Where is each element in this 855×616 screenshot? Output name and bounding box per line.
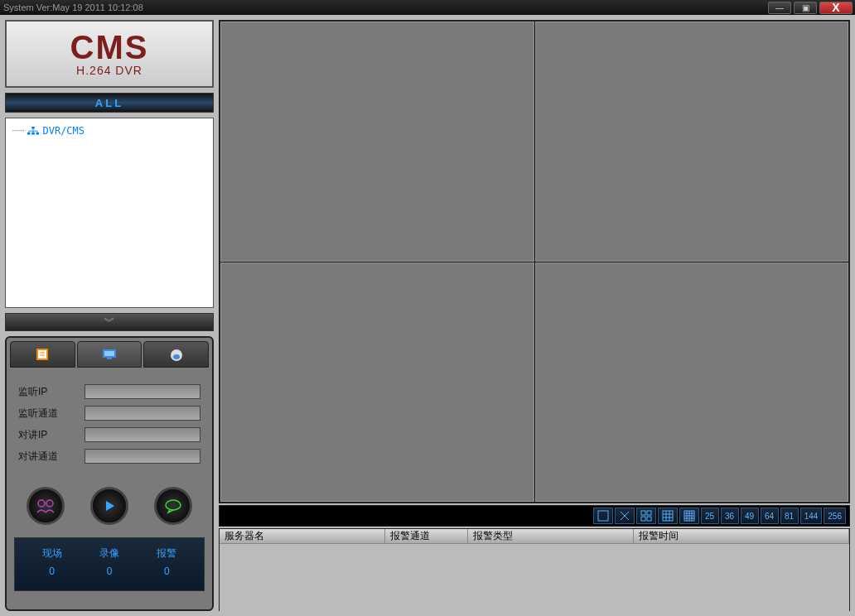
svg-point-17 [173,354,180,359]
expand-icon [619,510,630,522]
grid2-icon [640,510,652,522]
label-listen-channel: 监听通道 [18,407,85,421]
people-icon [35,498,56,514]
video-cell-1[interactable] [220,22,534,262]
svg-rect-1 [27,132,31,135]
input-talk-ip[interactable] [85,427,200,442]
status-box: 现场 录像 报警 0 0 0 [14,537,205,591]
alarm-panel: 服务器名 报警通道 报警类型 报警时间 [219,528,850,611]
status-value-alarm: 0 [138,565,196,577]
tab-log[interactable] [10,341,75,368]
svg-rect-25 [647,511,651,515]
layout-4-button[interactable] [636,508,656,524]
titlebar: System Ver:May 19 2011 10:12:08 — ▣ X [0,0,855,15]
alarm-col-channel[interactable]: 报警通道 [385,529,468,543]
device-tree[interactable]: ┈┈ DVR/CMS [5,118,214,308]
video-cell-3[interactable] [220,262,534,503]
svg-rect-0 [32,127,36,129]
tree-connector: ┈┈ [12,125,24,137]
tab-row [10,341,209,368]
logo-title: CMS [70,31,149,64]
svg-point-18 [38,500,45,507]
layout-64-button[interactable]: 64 [761,508,779,524]
layout-36-button[interactable]: 36 [721,508,739,524]
logo-subtitle: H.264 DVR [76,64,142,77]
left-sidebar: CMS H.264 DVR ALL ┈┈ DVR/CMS ︾ [5,20,214,611]
maximize-button[interactable]: ▣ [794,2,817,14]
layout-81-button[interactable]: 81 [780,508,799,524]
input-listen-channel[interactable] [85,406,200,421]
svg-rect-15 [107,358,112,359]
layout-9-button[interactable] [658,508,678,524]
chevron-down-icon: ︾ [104,315,115,330]
svg-rect-21 [598,511,608,521]
label-listen-ip: 监听IP [18,385,85,399]
svg-rect-28 [663,511,673,521]
notebook-icon [34,347,51,362]
tab-monitor[interactable] [77,341,142,368]
play-button[interactable] [90,487,128,525]
input-talk-channel[interactable] [85,449,200,464]
status-label-alarm: 报警 [138,546,196,561]
control-panel: 监听IP 监听通道 对讲IP 对讲通道 [5,336,214,611]
fullscreen-button[interactable] [615,508,635,524]
svg-rect-26 [641,517,645,521]
layout-49-button[interactable]: 49 [741,508,759,524]
minimize-button[interactable]: — [768,2,791,14]
svg-rect-14 [104,351,114,356]
status-label-record: 录像 [80,546,138,561]
talk-button[interactable] [27,487,65,525]
tree-item-label: DVR/CMS [42,125,85,137]
all-button[interactable]: ALL [5,93,214,113]
layout-144-button[interactable]: 144 [800,508,823,524]
video-grid[interactable] [219,20,850,503]
chat-button[interactable] [154,487,192,525]
video-cell-4[interactable] [535,262,849,503]
square-icon [597,510,609,522]
layout-1-button[interactable] [593,508,613,524]
round-buttons [10,479,209,533]
monitor-icon [101,347,118,362]
alarm-header: 服务器名 报警通道 报警类型 报警时间 [220,529,849,544]
svg-point-20 [166,500,181,510]
svg-rect-10 [38,350,46,359]
status-label-live: 现场 [23,546,80,561]
layout-toolbar: 25 36 49 64 81 144 256 [219,505,850,527]
svg-rect-2 [32,132,36,135]
window-controls: — ▣ X [768,2,855,14]
collapse-button[interactable]: ︾ [5,313,214,331]
layout-16-button[interactable] [679,508,699,524]
svg-rect-3 [36,132,40,135]
speech-icon [163,498,183,514]
tab-ptz[interactable] [143,341,209,368]
right-panel: 25 36 49 64 81 144 256 服务器名 报警通道 报警类型 报警… [219,20,850,611]
alarm-body[interactable] [220,544,849,612]
logo-box: CMS H.264 DVR [5,20,214,88]
label-talk-ip: 对讲IP [18,428,85,442]
svg-rect-27 [647,517,651,521]
grid3-icon [662,510,674,522]
alarm-col-type[interactable]: 报警类型 [468,529,634,543]
network-icon [27,126,39,136]
grid4-icon [684,510,695,522]
main-container: CMS H.264 DVR ALL ┈┈ DVR/CMS ︾ [0,15,855,616]
form-area: 监听IP 监听通道 对讲IP 对讲通道 [10,368,209,479]
play-icon [101,498,118,514]
dome-camera-icon [168,347,185,362]
svg-rect-24 [641,511,645,515]
layout-256-button[interactable]: 256 [824,508,846,524]
video-cell-2[interactable] [535,22,849,262]
layout-25-button[interactable]: 25 [701,508,719,524]
alarm-col-time[interactable]: 报警时间 [634,529,849,543]
status-value-live: 0 [23,565,80,577]
label-talk-channel: 对讲通道 [18,450,85,464]
titlebar-text: System Ver:May 19 2011 10:12:08 [3,2,768,12]
svg-point-19 [46,500,53,507]
status-value-record: 0 [80,565,138,577]
close-button[interactable]: X [819,2,853,14]
alarm-col-server[interactable]: 服务器名 [220,529,385,543]
input-listen-ip[interactable] [85,384,200,399]
tree-item-dvr[interactable]: ┈┈ DVR/CMS [12,125,206,137]
